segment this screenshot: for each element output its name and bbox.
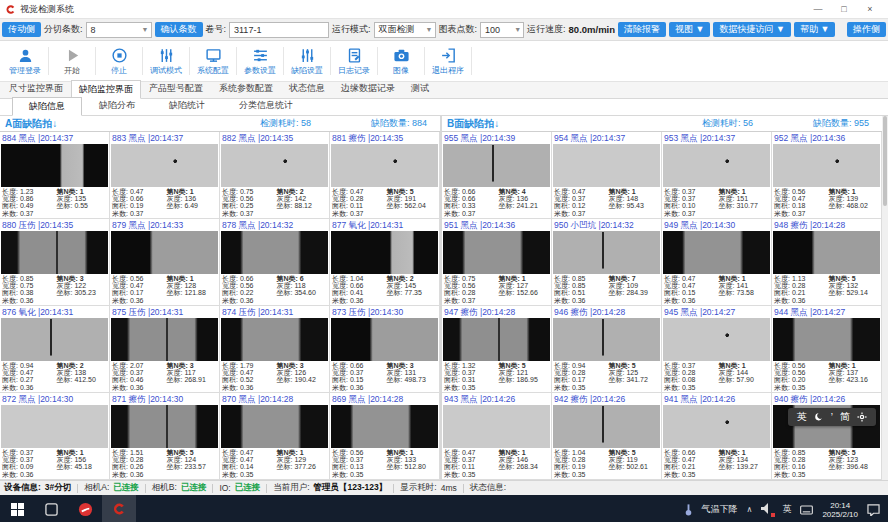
taskbar-app-inspection-system[interactable] [102, 495, 136, 522]
subtab-defect-statistics[interactable]: 缺陷统计 [152, 96, 222, 115]
admin-login-button[interactable]: 管理登录 [2, 42, 48, 80]
defect-cell[interactable]: 881 擦伤 |20:14:35长度: 0.47宽度: 0.28面积: 0.11… [330, 132, 440, 219]
confirm-count-button[interactable]: 确认条数 [155, 22, 203, 37]
panel-a-title[interactable]: A面缺陷拍↓ [5, 117, 57, 131]
defect-cell[interactable]: 877 氧化 |20:14:31长度: 1.04宽度: 0.66面积: 0.41… [330, 219, 440, 306]
defect-cell[interactable]: 950 小凹坑 |20:14:32长度: 0.85宽度: 0.85面积: 0.5… [552, 219, 662, 306]
defect-cell[interactable]: 946 擦伤 |20:14:28长度: 0.94宽度: 0.28面积: 0.17… [552, 306, 662, 393]
defect-thumbnail-image[interactable] [553, 318, 660, 360]
taskbar-clock[interactable]: 20:14 2025/2/10 [822, 501, 858, 519]
start-button[interactable]: 开始 [49, 42, 95, 80]
defect-thumbnail-image[interactable] [221, 231, 328, 273]
subtab-class-info-statistics[interactable]: 分类信息统计 [222, 96, 310, 115]
defect-cell[interactable]: 872 黑点 |20:14:30长度: 0.37宽度: 0.37面积: 0.09… [0, 393, 110, 480]
view-menu-button[interactable]: 视图 ▼ [669, 22, 710, 37]
clear-alarm-button[interactable]: 清除报警 [618, 22, 666, 37]
defect-thumbnail-image[interactable] [1, 231, 108, 273]
defect-thumbnail-image[interactable] [331, 405, 438, 447]
defect-cell[interactable]: 878 黑点 |20:14:32长度: 0.66宽度: 0.56面积: 0.22… [220, 219, 330, 306]
defect-thumbnail-image[interactable] [443, 231, 550, 273]
defect-cell[interactable]: 951 黑点 |20:14:36长度: 0.75宽度: 0.56面积: 0.28… [442, 219, 552, 306]
defect-cell[interactable]: 947 擦伤 |20:14:28长度: 1.32宽度: 0.37面积: 0.31… [442, 306, 552, 393]
task-view-button[interactable] [34, 495, 68, 522]
defect-cell[interactable]: 873 压伤 |20:14:30长度: 0.66宽度: 0.37面积: 0.15… [330, 306, 440, 393]
defect-cell[interactable]: 953 黑点 |20:14:37长度: 0.37宽度: 0.37面积: 0.10… [662, 132, 772, 219]
debug-mode-button[interactable]: 调试模式 [143, 42, 189, 80]
defect-thumbnail-image[interactable] [773, 318, 880, 360]
ime-language-bar[interactable]: 英 ’ 简 [788, 408, 876, 426]
vertical-scrollbar[interactable] [882, 116, 888, 480]
defect-thumbnail-image[interactable] [111, 318, 218, 360]
tab-test[interactable]: 测试 [403, 79, 437, 98]
panel-b-title[interactable]: B面缺陷拍↓ [447, 117, 499, 131]
defect-thumbnail-image[interactable] [111, 231, 218, 273]
defect-cell[interactable]: 874 压伤 |20:14:31长度: 1.79宽度: 0.47面积: 0.52… [220, 306, 330, 393]
ime-simplified-toggle[interactable]: 简 [840, 410, 850, 424]
defect-cell[interactable]: 942 擦伤 |20:14:26长度: 1.04宽度: 0.28面积: 0.19… [552, 393, 662, 480]
defect-cell[interactable]: 879 黑点 |20:14:33长度: 0.56宽度: 0.47面积: 0.17… [110, 219, 220, 306]
close-button[interactable]: × [857, 0, 883, 18]
defect-cell[interactable]: 880 压伤 |20:14:35长度: 0.85宽度: 0.75面积: 0.38… [0, 219, 110, 306]
defect-thumbnail-image[interactable] [221, 144, 328, 186]
defect-thumbnail-image[interactable] [553, 144, 660, 186]
help-menu-button[interactable]: 帮助 ▼ [794, 22, 835, 37]
parameter-settings-button[interactable]: 参数设置 [237, 42, 283, 80]
defect-cell[interactable]: 944 黑点 |20:14:27长度: 0.56宽度: 0.56面积: 0.20… [772, 306, 882, 393]
defect-thumbnail-image[interactable] [331, 318, 438, 360]
defect-thumbnail-image[interactable] [443, 318, 550, 360]
minimize-button[interactable]: — [805, 0, 831, 18]
ime-punctuation-toggle[interactable]: ’ [831, 412, 833, 423]
defect-cell[interactable]: 943 黑点 |20:14:26长度: 0.47宽度: 0.37面积: 0.11… [442, 393, 552, 480]
hidden-icons-button[interactable]: ∧ [747, 505, 753, 514]
weather-text[interactable]: 气温下降 [702, 503, 738, 516]
chart-points-select[interactable]: 100▼ [480, 22, 524, 38]
defect-cell[interactable]: 949 黑点 |20:14:30长度: 0.47宽度: 0.47面积: 0.15… [662, 219, 772, 306]
defect-cell[interactable]: 955 黑点 |20:14:39长度: 0.66宽度: 0.66面积: 0.33… [442, 132, 552, 219]
defect-thumbnail-image[interactable] [1, 405, 108, 447]
defect-thumbnail-image[interactable] [553, 231, 660, 273]
defect-cell[interactable]: 954 黑点 |20:14:37长度: 0.47宽度: 0.37面积: 0.12… [552, 132, 662, 219]
defect-thumbnail-image[interactable] [1, 144, 108, 186]
defect-thumbnail-image[interactable] [443, 405, 550, 447]
operate-side-button[interactable]: 操作侧 [847, 22, 886, 37]
slit-count-select[interactable]: 8▼ [86, 22, 152, 38]
defect-thumbnail-image[interactable] [111, 144, 218, 186]
defect-thumbnail-image[interactable] [663, 318, 770, 360]
log-record-button[interactable]: 日志记录 [331, 42, 377, 80]
ime-english-toggle[interactable]: 英 [797, 410, 807, 424]
roll-number-input[interactable] [229, 22, 329, 38]
image-button[interactable]: 图像 [378, 42, 424, 80]
defect-cell[interactable]: 952 黑点 |20:14:36长度: 0.56宽度: 0.47面积: 0.18… [772, 132, 882, 219]
defect-cell[interactable]: 948 擦伤 |20:14:28长度: 1.13宽度: 0.28面积: 0.21… [772, 219, 882, 306]
defect-thumbnail-image[interactable] [1, 318, 108, 360]
scrollbar-thumb[interactable] [883, 116, 887, 206]
subtab-defect-info[interactable]: 缺陷信息 [12, 97, 82, 116]
tab-edge-data-record[interactable]: 边缘数据记录 [333, 79, 403, 98]
defect-thumbnail-image[interactable] [663, 231, 770, 273]
keyboard-icon[interactable] [800, 505, 813, 515]
system-config-button[interactable]: 系统配置 [190, 42, 236, 80]
defect-thumbnail-image[interactable] [331, 144, 438, 186]
run-mode-select[interactable]: 双面检测▼ [374, 22, 436, 38]
stop-button[interactable]: 停止 [96, 42, 142, 80]
defect-thumbnail-image[interactable] [443, 144, 550, 186]
defect-cell[interactable]: 871 擦伤 |20:14:30长度: 1.51宽度: 0.28面积: 0.26… [110, 393, 220, 480]
defect-settings-button[interactable]: 缺陷设置 [284, 42, 330, 80]
exit-program-button[interactable]: 退出程序 [425, 42, 471, 80]
defect-thumbnail-image[interactable] [663, 405, 770, 447]
defect-thumbnail-image[interactable] [331, 231, 438, 273]
defect-thumbnail-image[interactable] [663, 144, 770, 186]
defect-cell[interactable]: 940 擦伤 |20:14:26长度: 0.85宽度: 0.28面积: 0.16… [772, 393, 882, 480]
defect-cell[interactable]: 945 黑点 |20:14:27长度: 0.37宽度: 0.28面积: 0.08… [662, 306, 772, 393]
tab-size-monitor[interactable]: 尺寸监控界面 [1, 79, 71, 98]
defect-thumbnail-image[interactable] [773, 231, 880, 273]
defect-cell[interactable]: 882 黑点 |20:14:35长度: 0.75宽度: 0.56面积: 0.25… [220, 132, 330, 219]
defect-thumbnail-image[interactable] [221, 318, 328, 360]
defect-thumbnail-image[interactable] [221, 405, 328, 447]
defect-cell[interactable]: 869 黑点 |20:14:28长度: 0.56宽度: 0.37面积: 0.13… [330, 393, 440, 480]
data-quick-access-button[interactable]: 数据快捷访问 ▼ [713, 22, 790, 37]
defect-cell[interactable]: 870 黑点 |20:14:28长度: 0.47宽度: 0.47面积: 0.14… [220, 393, 330, 480]
tray-language-indicator[interactable]: 英 [782, 503, 791, 516]
defect-cell[interactable]: 876 氧化 |20:14:31长度: 0.94宽度: 0.47面积: 0.27… [0, 306, 110, 393]
defect-cell[interactable]: 884 黑点 |20:14:37长度: 1.23宽度: 0.86面积: 0.49… [0, 132, 110, 219]
